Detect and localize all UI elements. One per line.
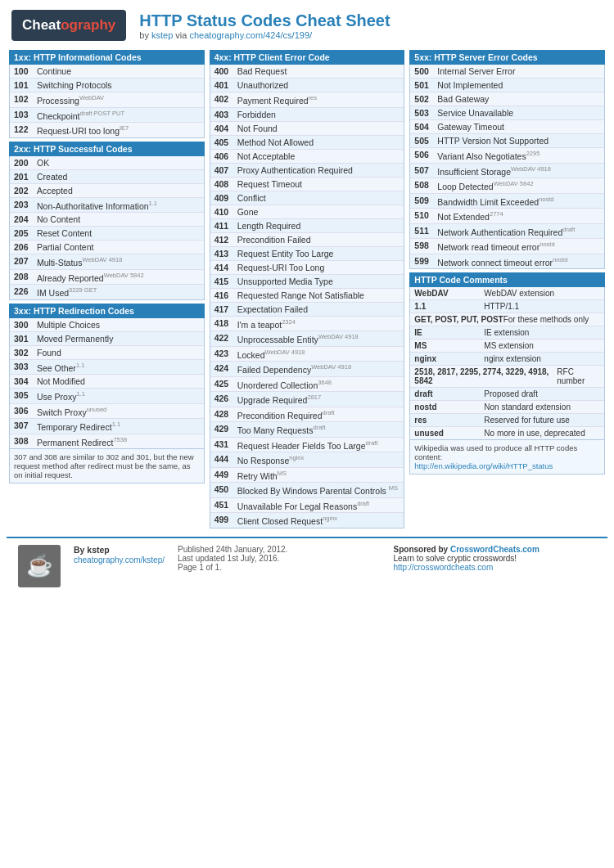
code: 103: [14, 110, 37, 121]
author-link[interactable]: kstep: [151, 30, 173, 40]
desc: Permanent Redirect7538: [37, 436, 127, 447]
code: 410: [214, 207, 237, 217]
comment-key: IE: [414, 328, 484, 337]
section-4xx-body: 400Bad Request 401Unauthorized 402Paymen…: [210, 65, 405, 528]
sponsor-link[interactable]: CrosswordCheats.com: [450, 545, 540, 554]
code: 307: [14, 421, 37, 432]
desc: Upgrade Required2817: [237, 394, 322, 405]
footer-sponsor-url[interactable]: http://crosswordcheats.com: [394, 563, 494, 572]
table-row: 502Bad Gateway: [410, 92, 604, 106]
desc: HTTP Version Not Supported: [437, 136, 549, 146]
table-row: 410Gone: [210, 205, 404, 219]
desc: Request-URI too longIE7: [37, 124, 129, 136]
desc: Unprocessable EntityWebDAV 4918: [237, 333, 359, 344]
code: 101: [14, 80, 37, 90]
code: 598: [414, 241, 437, 252]
table-row: 507Insufficient StorageWebDAV 4918: [410, 164, 604, 179]
table-row: 415Unsupported Media Type: [210, 275, 404, 289]
code: 503: [414, 108, 437, 118]
table-row: 201Created: [10, 170, 204, 184]
code: 416: [214, 290, 237, 300]
table-row: 207Multi-StatusWebDAV 4918: [10, 254, 204, 270]
table-row: 431Request Header Fields Too Largedraft: [210, 438, 404, 453]
table-row: 503Service Unavailable: [410, 106, 604, 120]
code: 431: [214, 439, 237, 451]
code: 408: [214, 179, 237, 189]
wikipedia-link[interactable]: http://en.wikipedia.org/wiki/HTTP_status: [414, 461, 553, 470]
desc: Checkpointdraft POST PUT: [37, 110, 124, 121]
section-4xx-title: 4xx: HTTP Client Error Code: [210, 50, 405, 65]
desc: Network Authentication Requireddraft: [437, 226, 575, 237]
comment-val: WebDAV extension: [484, 289, 554, 298]
code: 100: [14, 66, 37, 76]
footer-author-link[interactable]: cheatography.com/kstep/: [74, 555, 165, 564]
desc: Not Acceptable: [237, 151, 296, 161]
desc: LockedWebDAV 4918: [237, 349, 305, 360]
table-row: 122Request-URI too longIE7: [10, 123, 204, 137]
desc: Unordered Collection3648: [237, 379, 332, 390]
comments-title: HTTP Code Comments: [409, 272, 605, 287]
desc: Requested Range Not Satisfiable: [237, 290, 364, 300]
comment-key: GET, POST, PUT, POST: [414, 315, 503, 324]
comment-row: unused No more in use, deprecated: [410, 427, 604, 439]
table-row: 422Unprocessable EntityWebDAV 4918: [210, 331, 404, 347]
code: 501: [414, 80, 437, 90]
table-row: 511Network Authentication Requireddraft: [410, 224, 604, 240]
comment-row: GET, POST, PUT, POST For these methods o…: [410, 313, 604, 326]
table-row: 305Use Proxy1.1: [10, 389, 204, 404]
desc: OK: [37, 158, 49, 168]
table-row: 308Permanent Redirect7538: [10, 434, 204, 449]
code: 500: [414, 66, 437, 76]
desc: Not Implemented: [437, 80, 503, 90]
code: 204: [14, 214, 37, 224]
footer-publication: Published 24th January, 2012. Last updat…: [178, 545, 381, 572]
desc: Switching Protocols: [37, 80, 112, 90]
desc: Use Proxy1.1: [37, 390, 85, 402]
header: Cheatography HTTP Status Codes Cheat She…: [0, 0, 614, 47]
code: 444: [214, 454, 237, 465]
section-2xx-title: 2xx: HTTP Successful Codes: [9, 142, 205, 156]
table-row: 424Failed DependencyWebDAV 4918: [210, 362, 404, 377]
code: 411: [214, 221, 237, 231]
logo: Cheatography: [11, 10, 126, 41]
code: 300: [14, 320, 37, 330]
desc: Not Found: [237, 124, 278, 133]
code: 507: [414, 165, 437, 177]
footer-page: Page 1 of 1.: [178, 563, 381, 572]
code: 404: [214, 124, 237, 133]
comment-val: RFC number: [557, 367, 600, 385]
code: 200: [14, 158, 37, 168]
table-row: 208Already ReportedWebDAV 5842: [10, 270, 204, 286]
cheatography-link[interactable]: cheatography.com/424/cs/199/: [189, 30, 312, 40]
table-row: 405Method Not Allowed: [210, 136, 404, 150]
code: 412: [214, 235, 237, 245]
footer-by-label: By kstep: [74, 545, 165, 555]
comment-row: IE IE extension: [410, 326, 604, 340]
table-row: 508Loop DetectedWebDAV 5842: [410, 178, 604, 194]
table-row: 510Not Extended2774: [410, 209, 604, 224]
desc: Too Many Requestsdraft: [237, 424, 326, 435]
main-grid: 1xx: HTTP Informational Codes 100Continu…: [0, 47, 614, 533]
desc: Unavailable For Legal Reasonsdraft: [237, 500, 370, 511]
table-row: 449Retry WithMS: [210, 468, 404, 483]
code: 303: [14, 362, 37, 373]
code: 510: [414, 210, 437, 222]
footer-avatar: ☕: [18, 545, 61, 587]
table-row: 406Not Acceptable: [210, 150, 404, 164]
code: 449: [214, 470, 237, 481]
comment-key: 2518, 2817, 2295, 2774, 3229, 4918, 5842: [414, 367, 557, 385]
desc: Unsupported Media Type: [237, 277, 333, 286]
wikipedia-text: Wikipedia was used to produce all HTTP c…: [414, 443, 577, 461]
comment-key: nginx: [414, 354, 484, 363]
code: 451: [214, 500, 237, 511]
code: 403: [214, 110, 237, 119]
desc: Variant Also Negotiates2295: [437, 150, 540, 161]
code: 423: [214, 349, 237, 360]
code: 401: [214, 80, 237, 90]
desc: Request Timeout: [237, 179, 302, 189]
comment-key: WebDAV: [414, 289, 484, 298]
desc: Length Required: [237, 221, 301, 231]
comment-val: Proposed draft: [484, 389, 538, 398]
comment-row: nginx nginx extension: [410, 353, 604, 366]
section-3xx-body: 300Multiple Choices 301Moved Permanently…: [9, 318, 205, 450]
